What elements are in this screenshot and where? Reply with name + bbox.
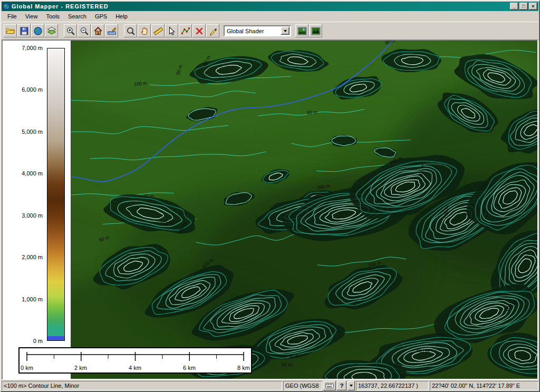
overlay-control-center-button[interactable]: [45, 24, 58, 37]
shader-dropdown-arrow[interactable]: [281, 27, 290, 35]
cursor-arrow-icon: [167, 26, 177, 36]
toolbar-separator: [119, 24, 123, 37]
polyline-nodes-icon: [181, 26, 190, 36]
open-folder-icon: [6, 26, 15, 36]
save-button[interactable]: [17, 24, 31, 37]
contour-label: 50 m: [306, 110, 317, 115]
shader-dropdown-value: Global Shader: [225, 28, 281, 34]
floppy-icon: [20, 26, 29, 36]
scale-label-2: 2 km: [70, 365, 91, 371]
path-profile-button[interactable]: [206, 24, 219, 37]
legend-label-4000: 4,000 m: [3, 170, 43, 177]
toolbar-separator: [59, 24, 63, 37]
measure-tool-button[interactable]: [151, 24, 165, 37]
maximize-button[interactable]: □: [519, 3, 528, 10]
zoom-out-button[interactable]: [78, 24, 91, 37]
zoom-tool-button[interactable]: [124, 24, 137, 37]
shader-dropdown[interactable]: Global Shader: [224, 25, 291, 36]
chevron-down-icon: [284, 30, 287, 32]
menu-file[interactable]: File: [3, 12, 21, 21]
select-tool-button[interactable]: [165, 24, 178, 37]
contour-label: 70 m: [143, 193, 154, 199]
help-button[interactable]: ?: [337, 381, 346, 390]
minimize-button[interactable]: _: [510, 3, 518, 10]
contour-label: 50 m: [282, 362, 292, 367]
layers-icon: [47, 26, 56, 36]
terrain-svg: 30 m50 m100 m50 m50 m70 m150 m100 m100 m…: [71, 41, 537, 379]
ruler-icon: [153, 26, 163, 36]
zoom-in-button[interactable]: [64, 24, 77, 37]
online-data-button[interactable]: [31, 24, 44, 37]
menu-gps[interactable]: GPS: [91, 12, 111, 21]
scale-label-0: 0 km: [16, 365, 37, 371]
keyboard-entry-button[interactable]: [323, 381, 336, 390]
contour-label: 400 m: [416, 348, 429, 354]
content-area: 7,000 m 6,000 m 5,000 m 4,000 m 3,000 m …: [2, 40, 538, 380]
legend-label-3000: 3,000 m: [3, 212, 43, 219]
legend-label-1000: 1,000 m: [3, 296, 43, 302]
chevron-down-icon: [350, 385, 353, 387]
clear-selection-button[interactable]: [192, 24, 206, 37]
window-controls: _ □ ×: [510, 3, 537, 10]
legend-label-0: 0 m: [3, 338, 43, 344]
status-cursor-position: 163737, 22.66722137 ): [356, 381, 429, 390]
scale-label-6: 6 km: [179, 365, 200, 371]
open-file-button[interactable]: [4, 24, 17, 37]
scale-label-4: 4 km: [124, 365, 146, 371]
menu-bar: File View Tools Search GPS Help: [2, 11, 538, 22]
map-image-icon: [297, 26, 307, 36]
elevation-legend: 7,000 m 6,000 m 5,000 m 4,000 m 3,000 m …: [3, 41, 71, 379]
contour-label: 50 m: [98, 234, 110, 243]
tool-bar: Global Shader: [2, 22, 538, 40]
elevation-gradient-bar: [47, 48, 65, 341]
ruler-pencil-icon: [107, 26, 117, 36]
scale-bar-ticks: [20, 350, 251, 364]
home-icon: [93, 26, 103, 36]
scale-label-8: 8 km: [233, 365, 254, 371]
status-bar: <100 m> Contour Line, Minor GEO (WGS8 ? …: [2, 380, 538, 390]
app-window: Global Mapper - REGISTERED _ □ × File Vi…: [0, 0, 540, 392]
status-feature-info: <100 m> Contour Line, Minor: [2, 381, 282, 390]
terrain-3d-icon: [311, 26, 321, 36]
legend-label-2000: 2,000 m: [3, 254, 43, 260]
status-dropdown-button[interactable]: [348, 381, 355, 390]
menu-help[interactable]: Help: [111, 12, 132, 21]
digitizer-tool-button[interactable]: [179, 24, 192, 37]
keyboard-icon: [325, 383, 334, 388]
pan-tool-button[interactable]: [138, 24, 151, 37]
scale-bar: 0 km 2 km 4 km 6 km 8 km: [18, 347, 252, 374]
contour-label: 150 m: [160, 221, 173, 226]
zoom-in-icon: [66, 26, 75, 36]
status-projection: GEO (WGS8: [283, 381, 322, 390]
zoom-out-icon: [80, 26, 89, 36]
map-viewport[interactable]: 30 m50 m100 m50 m50 m70 m150 m100 m100 m…: [71, 41, 537, 379]
full-view-button[interactable]: [91, 24, 104, 37]
legend-label-7000: 7,000 m: [3, 45, 43, 51]
status-lat-lon: 22?40' 02.00" N, 114?22' 17.89" E: [430, 381, 538, 390]
globe-icon: [33, 26, 43, 36]
pen-icon: [208, 26, 218, 36]
zoom-to-scale-button[interactable]: [105, 24, 118, 37]
menu-tools[interactable]: Tools: [42, 12, 64, 21]
title-bar[interactable]: Global Mapper - REGISTERED _ □ ×: [2, 2, 538, 11]
magnifier-icon: [126, 26, 136, 36]
legend-label-6000: 6,000 m: [3, 86, 43, 93]
map-thumbnail-1-button[interactable]: [295, 24, 308, 37]
map-thumbnail-2-button[interactable]: [309, 24, 322, 37]
red-x-icon: [195, 26, 204, 36]
hand-icon: [140, 26, 149, 36]
close-button[interactable]: ×: [529, 3, 537, 10]
app-globe-icon: [3, 3, 10, 10]
menu-view[interactable]: View: [21, 12, 42, 21]
window-title: Global Mapper - REGISTERED: [12, 2, 508, 11]
menu-search[interactable]: Search: [64, 12, 91, 21]
legend-label-5000: 5,000 m: [3, 129, 43, 135]
